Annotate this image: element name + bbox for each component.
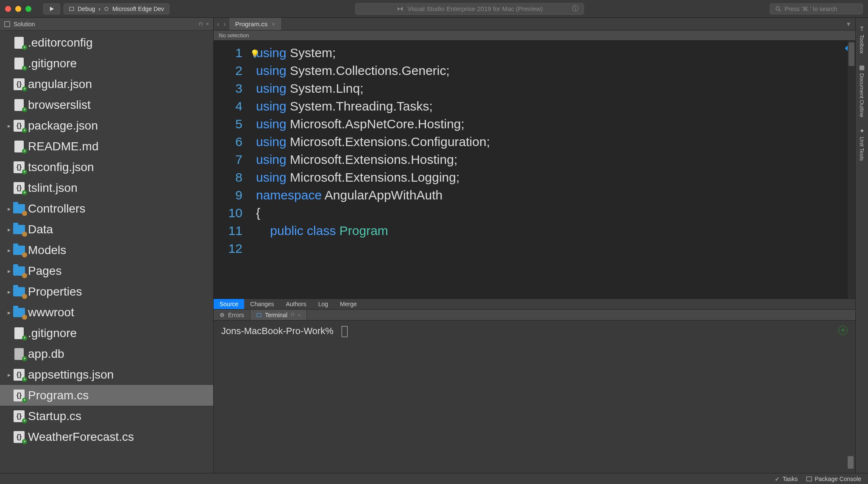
rail-document-outline[interactable]: ▦Document Outline	[859, 60, 865, 122]
tree-item-appsettings-json[interactable]: ▸{}+appsettings.json	[0, 364, 213, 385]
info-icon[interactable]: ⓘ	[572, 5, 579, 13]
expander-icon[interactable]: ▸	[6, 247, 12, 254]
source-tab-merge[interactable]: Merge	[334, 299, 363, 309]
editor-breadcrumb[interactable]: No selection	[214, 30, 855, 41]
tree-item-label: Properties	[28, 285, 82, 299]
tree-item-properties[interactable]: ▸Properties	[0, 281, 213, 302]
source-tab-log[interactable]: Log	[312, 299, 334, 309]
errors-tab[interactable]: × Errors	[214, 310, 250, 320]
tree-item-weatherforecast-cs[interactable]: {}+WeatherForecast.cs	[0, 426, 213, 447]
rail-icon: ▦	[859, 64, 865, 71]
pin-icon[interactable]: ⊓	[199, 21, 203, 27]
tree-item--editorconfig[interactable]: +.editorconfig	[0, 32, 213, 53]
tree-item-label: wwwroot	[28, 306, 74, 319]
svg-point-2	[105, 7, 108, 11]
app-title: Visual Studio Enterprise 2019 for Mac (P…	[408, 5, 543, 12]
json-file-icon: {}+	[13, 368, 25, 381]
nav-forward-button[interactable]: ›	[223, 20, 225, 28]
title-pill[interactable]: Visual Studio Enterprise 2019 for Mac (P…	[355, 3, 584, 15]
close-tab-icon[interactable]: ×	[272, 21, 275, 28]
json-file-icon: {}+	[13, 119, 25, 132]
terminal-panel[interactable]: Jons-MacBook-Pro-Work% +	[214, 321, 855, 473]
tree-item-app-db[interactable]: +app.db	[0, 343, 213, 364]
file-icon: +	[13, 348, 25, 360]
solution-icon	[4, 21, 10, 27]
close-window-button[interactable]	[5, 6, 11, 12]
expander-icon[interactable]: ▸	[6, 309, 12, 316]
svg-line-4	[779, 10, 781, 11]
tree-item-data[interactable]: ▸Data	[0, 219, 213, 240]
rail-toolbox[interactable]: TToolbox	[859, 21, 865, 58]
maximize-window-button[interactable]	[25, 6, 31, 12]
file-icon: +	[13, 57, 25, 70]
terminal-scroll-thumb[interactable]	[848, 456, 854, 469]
terminal-cursor	[342, 326, 348, 337]
tree-item-label: tsconfig.json	[28, 160, 94, 174]
rail-icon: T	[860, 25, 864, 32]
solution-header: Solution ⊓ ×	[0, 18, 213, 30]
tree-item-startup-cs[interactable]: {}+Startup.cs	[0, 406, 213, 426]
expander-icon[interactable]: ▸	[6, 205, 12, 212]
global-search[interactable]: Press '⌘.' to search	[770, 3, 863, 14]
tree-item-readme-md[interactable]: +README.md	[0, 136, 213, 157]
breadcrumb-text: No selection	[219, 32, 249, 39]
close-terminal-icon[interactable]: ×	[298, 313, 300, 318]
lightbulb-icon[interactable]: 💡	[250, 45, 259, 63]
svg-rect-5	[5, 22, 10, 27]
tree-item--gitignore[interactable]: +.gitignore	[0, 323, 213, 343]
close-panel-icon[interactable]: ×	[206, 21, 209, 27]
vs-icon	[397, 6, 403, 12]
tree-item-tslint-json[interactable]: {}+tslint.json	[0, 177, 213, 198]
tree-item-label: README.md	[28, 140, 98, 153]
editor-area: ‹ › Program.cs × ▾ No selection 12345678…	[214, 18, 855, 473]
file-icon: +	[13, 140, 25, 153]
editor-scroll-thumb[interactable]	[849, 42, 854, 66]
solution-tree[interactable]: +.editorconfig+.gitignore{}+angular.json…	[0, 30, 213, 473]
tree-item-tsconfig-json[interactable]: {}+tsconfig.json	[0, 157, 213, 177]
file-icon: +	[13, 36, 25, 49]
folder-icon	[13, 306, 25, 319]
tree-item-wwwroot[interactable]: ▸wwwroot	[0, 302, 213, 323]
tree-item--gitignore[interactable]: +.gitignore	[0, 53, 213, 74]
terminal-tab[interactable]: Terminal ⊓ ×	[250, 310, 307, 320]
tree-item-label: Pages	[28, 264, 61, 278]
minimize-window-button[interactable]	[15, 6, 21, 12]
tasks-status[interactable]: ✓ Tasks	[775, 476, 798, 482]
code-text[interactable]: using System;using System.Collections.Ge…	[248, 41, 490, 299]
source-tab-authors[interactable]: Authors	[280, 299, 312, 309]
expander-icon[interactable]: ▸	[6, 371, 12, 378]
svg-rect-9	[807, 477, 812, 481]
pin-icon[interactable]: ⊓	[291, 312, 295, 318]
tree-item-package-json[interactable]: ▸{}+package.json	[0, 115, 213, 136]
tree-item-controllers[interactable]: ▸Controllers	[0, 198, 213, 219]
expander-icon[interactable]: ▸	[6, 226, 12, 233]
tree-item-browserslist[interactable]: +browserslist	[0, 94, 213, 115]
editor-tab-program[interactable]: Program.cs ×	[229, 18, 282, 30]
tree-item-angular-json[interactable]: {}+angular.json	[0, 74, 213, 94]
folder-icon	[13, 223, 25, 236]
rail-unit-tests[interactable]: ✦Unit Tests	[859, 123, 865, 165]
editor-scrollbar[interactable]	[848, 41, 855, 299]
source-tab-changes[interactable]: Changes	[244, 299, 280, 309]
nav-back-button[interactable]: ‹	[217, 20, 219, 28]
tab-overflow-button[interactable]: ▾	[842, 18, 855, 30]
package-console-status[interactable]: Package Console	[806, 476, 861, 482]
tree-item-pages[interactable]: ▸Pages	[0, 260, 213, 281]
expander-icon[interactable]: ▸	[6, 122, 12, 129]
source-tab-source[interactable]: Source	[214, 299, 244, 309]
tree-item-program-cs[interactable]: {}+Program.cs	[0, 385, 213, 406]
run-configuration-selector[interactable]: Debug › Microsoft Edge Dev	[64, 3, 170, 14]
svg-rect-8	[257, 313, 261, 317]
code-editor[interactable]: 123456789101112 💡 using System;using Sys…	[214, 41, 855, 299]
expander-icon[interactable]: ▸	[6, 288, 12, 295]
tree-item-models[interactable]: ▸Models	[0, 240, 213, 260]
add-terminal-button[interactable]: +	[838, 326, 848, 335]
bottom-panel-tabs: × Errors Terminal ⊓ ×	[214, 310, 855, 321]
svg-rect-1	[70, 7, 74, 11]
expander-icon[interactable]: ▸	[6, 268, 12, 274]
tree-item-label: appsettings.json	[28, 368, 114, 382]
json-file-icon: {}+	[13, 431, 25, 443]
run-button[interactable]	[43, 3, 60, 14]
device-icon	[69, 6, 74, 11]
tree-item-label: Controllers	[28, 202, 85, 216]
